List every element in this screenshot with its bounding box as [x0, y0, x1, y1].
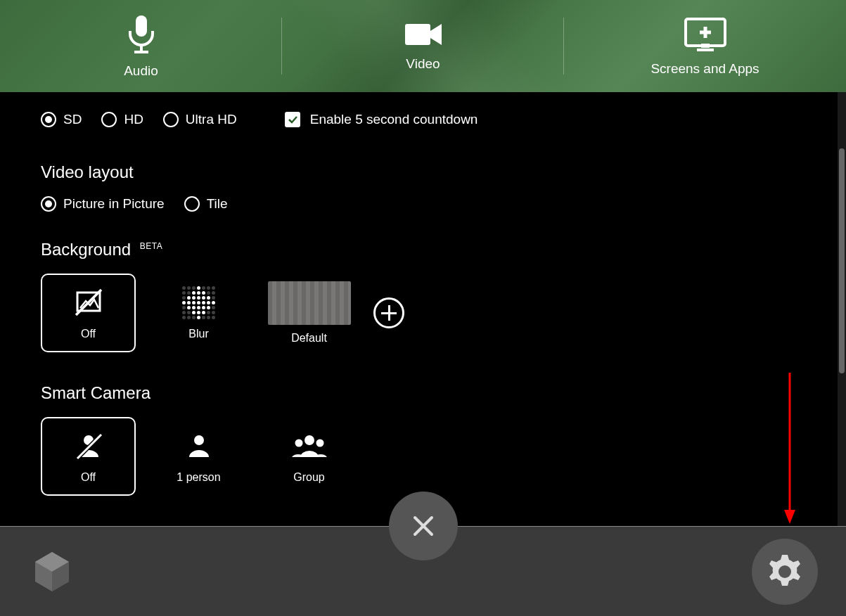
video-camera-icon	[404, 21, 443, 48]
quality-hd-label: HD	[124, 112, 143, 127]
tab-video[interactable]: Video	[282, 0, 564, 92]
background-title: Background BETA	[41, 240, 797, 259]
tab-audio[interactable]: Audio	[0, 0, 282, 92]
svg-rect-0	[136, 15, 147, 37]
blur-icon	[182, 285, 215, 319]
svg-point-15	[305, 435, 314, 445]
checkbox-icon	[285, 112, 300, 127]
layout-pip-label: Picture in Picture	[63, 196, 165, 212]
no-image-icon	[73, 285, 104, 319]
video-layout-row: Picture in Picture Tile	[41, 196, 797, 212]
app-logo-icon	[28, 548, 76, 596]
screen-share-icon	[683, 16, 728, 53]
background-blur[interactable]: Blur	[151, 274, 246, 352]
person-icon	[185, 429, 213, 463]
radio-icon	[41, 196, 56, 212]
layout-pip[interactable]: Picture in Picture	[41, 196, 165, 212]
layout-tile[interactable]: Tile	[184, 196, 228, 212]
radio-icon	[163, 112, 179, 127]
background-default[interactable]: Default	[262, 274, 357, 352]
close-icon	[412, 515, 435, 537]
smart-camera-group[interactable]: Group	[262, 417, 357, 496]
settings-button[interactable]	[752, 539, 818, 605]
gear-icon	[765, 552, 805, 591]
radio-icon	[101, 112, 117, 127]
countdown-label: Enable 5 second countdown	[310, 112, 478, 127]
quality-hd[interactable]: HD	[101, 112, 143, 127]
close-button[interactable]	[389, 492, 458, 560]
background-thumbnail	[268, 281, 351, 325]
background-title-text: Background	[41, 240, 131, 259]
smart-camera-title: Smart Camera	[41, 383, 797, 403]
radio-icon	[184, 196, 200, 212]
beta-badge: BETA	[140, 241, 162, 251]
tab-audio-label: Audio	[124, 63, 158, 79]
quality-ultra-hd-label: Ultra HD	[186, 112, 237, 127]
top-tabs: Audio Video Screens and Apps	[0, 0, 846, 92]
smart-camera-group-label: Group	[293, 471, 324, 484]
layout-tile-label: Tile	[207, 196, 228, 212]
background-blur-label: Blur	[188, 328, 208, 340]
person-off-icon	[73, 429, 104, 463]
background-default-label: Default	[291, 332, 327, 345]
smart-camera-one-label: 1 person	[177, 471, 220, 484]
background-off[interactable]: Off	[41, 274, 136, 352]
quality-row: SD HD Ultra HD Enable 5 second countdown	[41, 112, 797, 127]
background-tiles: Off Blur Default	[41, 274, 797, 352]
svg-rect-3	[405, 24, 430, 45]
tab-screens-label: Screens and Apps	[650, 61, 759, 77]
smart-camera-off-label: Off	[81, 471, 96, 484]
microphone-icon	[126, 14, 157, 55]
scrollbar-thumb[interactable]	[839, 148, 845, 373]
bottom-bar	[0, 526, 846, 616]
countdown-checkbox[interactable]: Enable 5 second countdown	[285, 112, 478, 127]
smart-camera-off[interactable]: Off	[41, 417, 136, 496]
scrollbar[interactable]	[838, 92, 846, 526]
plus-circle-icon	[373, 297, 404, 328]
smart-camera-one-person[interactable]: 1 person	[151, 417, 246, 496]
smart-camera-tiles: Off 1 person Gro	[41, 417, 797, 496]
video-layout-title: Video layout	[41, 162, 797, 182]
background-add[interactable]	[372, 274, 406, 352]
quality-sd-label: SD	[63, 112, 82, 127]
quality-sd[interactable]: SD	[41, 112, 82, 127]
tab-screens[interactable]: Screens and Apps	[564, 0, 846, 92]
svg-point-16	[295, 439, 302, 447]
group-icon	[290, 429, 328, 463]
video-settings-panel: SD HD Ultra HD Enable 5 second countdown…	[0, 92, 838, 526]
quality-ultra-hd[interactable]: Ultra HD	[163, 112, 237, 127]
tab-video-label: Video	[406, 56, 440, 72]
svg-point-21	[778, 565, 791, 578]
svg-point-17	[316, 439, 323, 447]
background-off-label: Off	[81, 328, 96, 340]
svg-point-14	[194, 435, 204, 445]
radio-icon	[41, 112, 56, 127]
